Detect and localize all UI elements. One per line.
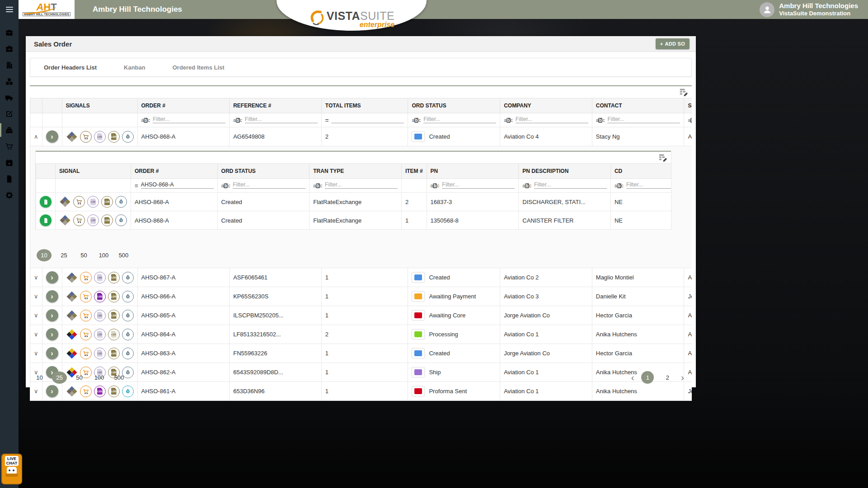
orders-page-1[interactable]: 1 (641, 371, 654, 384)
line-items-page-size-100[interactable]: 100 (96, 249, 111, 261)
money-bag-icon[interactable]: $ (122, 329, 134, 340)
row-expand-chevron[interactable]: ∧ (34, 133, 38, 140)
cart-signal-icon[interactable] (80, 131, 92, 143)
lor-document-icon[interactable]: LOR (108, 329, 120, 340)
tab-ordered-items-list[interactable]: Ordered Items List (173, 64, 225, 71)
column-header-reference-[interactable]: REFERENCE # (230, 98, 322, 113)
lor-document-icon[interactable]: LOR (101, 196, 113, 208)
column-header-signal[interactable]: SIGNAL (56, 164, 131, 179)
filter-input[interactable] (245, 116, 318, 123)
sidebar-item-cash-register[interactable] (0, 122, 19, 138)
line-items-page-size-50[interactable]: 50 (76, 249, 91, 261)
los-document-icon[interactable]: LOS (94, 291, 106, 302)
filter-input[interactable] (516, 116, 588, 123)
row-expand-chevron[interactable]: ∨ (34, 331, 38, 338)
cart-signal-icon[interactable] (73, 196, 85, 208)
open-order-button[interactable]: › (46, 290, 58, 302)
tab-order-headers-list[interactable]: Order Headers List (44, 64, 97, 71)
filter-input[interactable] (141, 181, 214, 189)
row-expand-chevron[interactable]: ∨ (34, 350, 38, 357)
filter-input[interactable] (442, 181, 515, 189)
filter-input[interactable] (233, 181, 305, 189)
sidebar-item-compose[interactable] (0, 106, 19, 122)
sidebar-item-document[interactable] (0, 171, 19, 187)
money-bag-icon[interactable]: $ (122, 310, 134, 321)
row-expand-chevron[interactable]: ∨ (34, 312, 38, 319)
lor-document-icon[interactable]: LOR (101, 214, 113, 226)
sidebar-item-cubes[interactable] (0, 73, 19, 89)
menu-toggle-button[interactable] (0, 0, 19, 19)
orders-page-size-50[interactable]: 50 (72, 372, 87, 384)
filter-input[interactable] (153, 116, 225, 123)
los-document-icon[interactable]: LOS (94, 386, 106, 397)
open-order-button[interactable]: › (46, 271, 58, 284)
money-bag-icon[interactable]: $ (115, 196, 127, 208)
filter-input[interactable] (607, 116, 680, 123)
cart-signal-icon[interactable] (80, 272, 92, 284)
filter-input[interactable] (325, 181, 398, 189)
column-header-contact[interactable]: CONTACT (592, 98, 684, 113)
los-document-icon[interactable]: LOS (94, 329, 106, 340)
line-items-page-size-10[interactable]: 10 (37, 249, 52, 261)
column-header-pn[interactable]: PN (427, 164, 519, 179)
line-items-edit-icon[interactable] (658, 153, 667, 162)
row-expand-chevron[interactable]: ∨ (34, 274, 38, 281)
lor-document-icon[interactable]: LOR (108, 386, 120, 397)
los-document-icon[interactable]: LOS (87, 196, 99, 208)
lor-document-icon[interactable]: LOR (108, 131, 120, 143)
sidebar-item-briefcase[interactable] (0, 24, 19, 41)
column-header-order-[interactable]: ORDER # (131, 164, 218, 179)
orders-page-2[interactable]: 2 (661, 371, 674, 384)
cart-signal-icon[interactable] (80, 329, 92, 340)
orders-page-size-100[interactable]: 100 (92, 372, 107, 384)
row-expand-chevron[interactable]: ∨ (34, 293, 38, 300)
cart-signal-icon[interactable] (73, 214, 85, 226)
sidebar-item-settings[interactable] (0, 187, 19, 203)
user-menu[interactable]: Ambry Hill Technologies VistaSuite Demon… (760, 2, 858, 17)
column-header-order-[interactable]: ORDER # (137, 98, 230, 113)
sidebar-item-building[interactable] (0, 57, 19, 73)
line-items-page-size-25[interactable]: 25 (56, 249, 71, 261)
orders-prev-page-icon[interactable]: ‹ (631, 373, 634, 382)
sidebar-item-calendar-add[interactable] (0, 154, 19, 171)
filter-input[interactable] (423, 116, 496, 123)
open-order-button[interactable]: › (46, 130, 58, 143)
lor-document-icon[interactable]: LOR (108, 348, 120, 359)
filter-input[interactable] (534, 181, 607, 189)
open-order-button[interactable]: › (46, 347, 58, 359)
lor-document-icon[interactable]: LOR (108, 291, 120, 302)
lor-document-icon[interactable]: LOR (108, 272, 120, 284)
orders-page-size-500[interactable]: 500 (112, 372, 127, 384)
column-header-cd[interactable]: CD (610, 164, 671, 179)
money-bag-icon[interactable]: $ (122, 386, 134, 397)
money-bag-icon[interactable]: $ (122, 272, 134, 284)
item-document-button[interactable] (40, 214, 52, 226)
tab-kanban[interactable]: Kanban (124, 64, 145, 71)
los-document-icon[interactable]: LOS (94, 310, 106, 321)
item-document-button[interactable] (40, 196, 52, 208)
money-bag-icon[interactable]: $ (122, 348, 134, 359)
column-header-ship-to-company[interactable]: SHIP TO COMPANY (684, 98, 692, 113)
los-document-icon[interactable]: LOS (94, 272, 106, 284)
avatar[interactable] (760, 2, 774, 17)
table-edit-icon[interactable] (679, 88, 688, 96)
column-header-pn-description[interactable]: PN DESCRIPTION (519, 164, 611, 179)
column-header-item-[interactable]: ITEM # (401, 164, 427, 179)
column-header-company[interactable]: COMPANY (500, 98, 592, 113)
los-document-icon[interactable]: LOS (87, 214, 99, 226)
sidebar-item-truck[interactable] (0, 89, 19, 106)
column-header-signals[interactable]: SIGNALS (62, 98, 137, 113)
column-header-total-items[interactable]: TOTAL ITEMS (321, 98, 408, 113)
column-header-ord-status[interactable]: ORD STATUS (217, 164, 310, 179)
open-order-button[interactable]: › (46, 385, 58, 397)
orders-page-size-10[interactable]: 10 (32, 372, 47, 384)
cart-signal-icon[interactable] (80, 386, 92, 397)
aht-logo[interactable]: AHT AMBRY HILL TECHNOLOGIES (19, 0, 75, 19)
open-order-button[interactable]: › (46, 309, 58, 321)
cart-signal-icon[interactable] (80, 310, 92, 321)
los-document-icon[interactable]: LOS (94, 348, 106, 359)
money-bag-icon[interactable]: $ (115, 214, 127, 226)
orders-next-page-icon[interactable]: › (681, 373, 684, 382)
money-bag-icon[interactable]: $ (122, 131, 134, 143)
sidebar-item-toolbox[interactable] (0, 41, 19, 57)
